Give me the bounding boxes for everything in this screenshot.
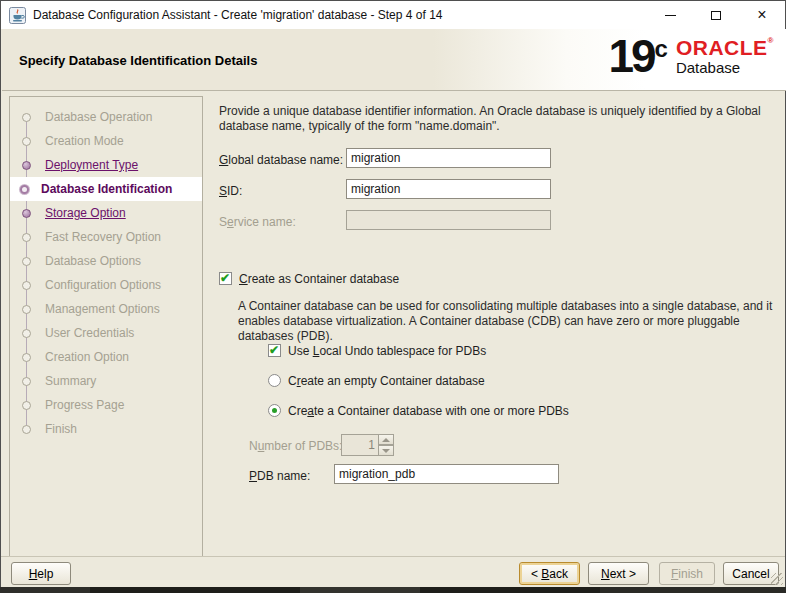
number-of-pdbs-spinner (341, 434, 394, 456)
minimize-button[interactable] (647, 1, 693, 29)
step-dot (22, 233, 31, 242)
number-of-pdbs-label: Number of PDBs: (249, 439, 342, 453)
pdb-name-input[interactable] (334, 464, 559, 484)
page-title: Specify Database Identification Details (19, 53, 257, 68)
logo-product: Database (676, 59, 774, 76)
spinner-down-icon (379, 445, 394, 456)
use-local-undo-tablespace-checkbox[interactable] (268, 344, 281, 357)
step-dot (22, 113, 31, 122)
service-name-input (346, 210, 551, 230)
wizard-steps-sidebar: Database Operation Creation Mode Deploym… (9, 96, 203, 557)
step-dot (22, 209, 31, 218)
intro-text: Provide a unique database identifier inf… (219, 104, 775, 134)
wizard-header: Specify Database Identification Details … (2, 29, 786, 91)
oracle-19c-logo: 19c ORACLE® Database (608, 35, 774, 79)
sidebar-step-user-credentials: User Credentials (10, 321, 202, 345)
sidebar-step-management-options: Management Options (10, 297, 202, 321)
spinner-up-icon (379, 434, 394, 445)
step-dot (22, 329, 31, 338)
button-bar: Help < Back Next > Finish Cancel (1, 556, 785, 587)
create-container-with-pdbs-label[interactable]: Create a Container database with one or … (288, 404, 569, 418)
taskbar-edge (0, 587, 786, 593)
help-button[interactable]: Help (11, 562, 71, 585)
logo-version-suffix: c (655, 35, 668, 63)
back-button[interactable]: < Back (519, 562, 580, 585)
global-database-name-label: Global database name: (219, 153, 343, 167)
step-dot (22, 401, 31, 410)
sidebar-step-creation-option: Creation Option (10, 345, 202, 369)
title-bar[interactable]: Database Configuration Assistant - Creat… (1, 1, 785, 29)
global-database-name-input[interactable] (346, 148, 551, 168)
maximize-icon (711, 11, 721, 20)
use-local-undo-tablespace-label[interactable]: Use Local Undo tablespace for PDBs (288, 344, 486, 358)
sidebar-step-creation-mode: Creation Mode (10, 129, 202, 153)
close-button[interactable]: × (739, 1, 785, 29)
desktop: Database Configuration Assistant - Creat… (0, 0, 786, 593)
next-button[interactable]: Next > (588, 562, 649, 585)
step-dot (22, 137, 31, 146)
create-empty-container-database-radio[interactable] (268, 374, 281, 387)
sidebar-step-deployment-type[interactable]: Deployment Type (10, 153, 202, 177)
finish-button: Finish (659, 562, 715, 585)
step-dot (22, 353, 31, 362)
step-dot (22, 305, 31, 314)
step-dot (22, 281, 31, 290)
sidebar-step-configuration-options: Configuration Options (10, 273, 202, 297)
logo-version: 19 (608, 35, 653, 79)
sidebar-step-database-operation: Database Operation (10, 105, 202, 129)
service-name-label: Service name: (219, 215, 296, 229)
step-dot-current (20, 185, 29, 194)
sidebar-step-database-options: Database Options (10, 249, 202, 273)
pdb-name-label: PDB name: (249, 469, 310, 483)
create-empty-container-database-label[interactable]: Create an empty Container database (288, 374, 485, 388)
sid-input[interactable] (346, 179, 551, 199)
minimize-icon (665, 15, 676, 16)
oracle-wordmark: ORACLE® (676, 37, 774, 58)
create-container-with-pdbs-radio[interactable] (268, 404, 281, 417)
sid-label: SID: (219, 184, 242, 198)
create-as-container-database-label[interactable]: Create as Container database (239, 272, 399, 286)
step-dot (22, 377, 31, 386)
maximize-button[interactable] (693, 1, 739, 29)
number-of-pdbs-input (341, 434, 379, 456)
step-dot (22, 257, 31, 266)
sidebar-step-storage-option[interactable]: Storage Option (10, 201, 202, 225)
sidebar-step-summary: Summary (10, 369, 202, 393)
registered-mark: ® (768, 36, 774, 45)
create-as-container-database-checkbox[interactable] (219, 272, 232, 285)
sidebar-step-finish: Finish (10, 417, 202, 441)
close-icon: × (757, 7, 766, 23)
java-coffee-icon (9, 7, 26, 24)
resize-grip[interactable] (771, 573, 783, 585)
step-dot (22, 425, 31, 434)
sidebar-step-progress-page: Progress Page (10, 393, 202, 417)
sidebar-step-database-identification: Database Identification (10, 177, 202, 201)
dbca-wizard-window: Database Configuration Assistant - Creat… (0, 0, 786, 588)
sidebar-step-fast-recovery-option: Fast Recovery Option (10, 225, 202, 249)
container-database-info-text: A Container database can be used for con… (238, 299, 783, 344)
window-title: Database Configuration Assistant - Creat… (33, 8, 442, 22)
main-content: Provide a unique database identifier inf… (211, 96, 779, 557)
step-dot (22, 161, 31, 170)
